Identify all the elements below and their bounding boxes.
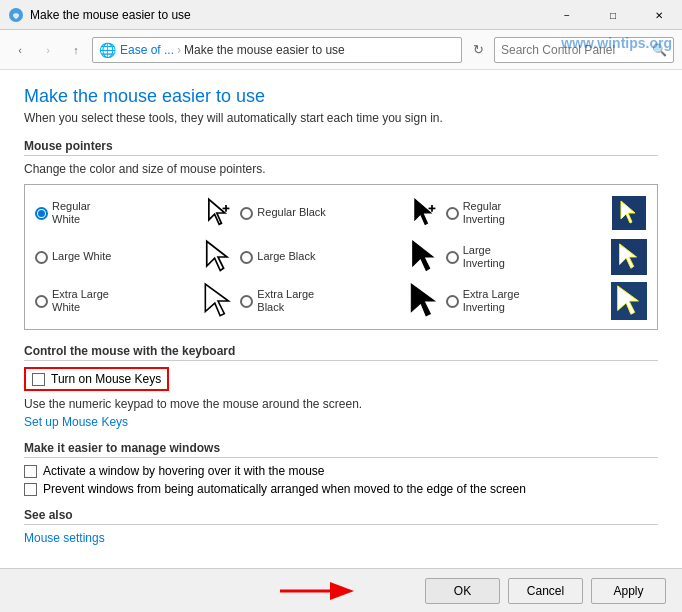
address-box[interactable]: 🌐 Ease of ... › Make the mouse easier to… <box>92 37 462 63</box>
mouse-pointers-title: Mouse pointers <box>24 139 658 156</box>
arrow-indicator <box>280 579 360 603</box>
svg-marker-4 <box>415 199 431 224</box>
mouse-keys-section: Control the mouse with the keyboard Turn… <box>24 344 658 429</box>
radio-large-white[interactable] <box>35 251 48 264</box>
pointer-option-xl-inverting[interactable]: Extra LargeInverting <box>446 283 647 319</box>
mouse-keys-label: Turn on Mouse Keys <box>51 372 161 386</box>
prevent-arrange-label: Prevent windows from being automatically… <box>43 482 526 496</box>
svg-marker-9 <box>412 241 432 270</box>
svg-marker-8 <box>207 241 227 270</box>
radio-regular-white[interactable] <box>35 207 48 220</box>
see-also-section: See also Mouse settings <box>24 508 658 545</box>
preview-xl-white <box>200 283 236 319</box>
maximize-button[interactable]: □ <box>590 0 636 30</box>
preview-xl-black <box>406 283 442 319</box>
mouse-settings-link[interactable]: Mouse settings <box>24 531 105 545</box>
search-input[interactable] <box>501 43 652 57</box>
label-regular-inverting: RegularInverting <box>463 200 505 226</box>
ok-button[interactable]: OK <box>425 578 500 604</box>
radio-regular-black[interactable] <box>240 207 253 220</box>
preview-large-black <box>406 239 442 275</box>
page-subtitle: When you select these tools, they will a… <box>24 111 658 125</box>
preview-xl-inverting <box>611 283 647 319</box>
breadcrumb-part1: Ease of ... <box>120 43 174 57</box>
svg-marker-7 <box>621 201 635 223</box>
label-xl-black: Extra LargeBlack <box>257 288 314 314</box>
svg-marker-10 <box>620 244 637 268</box>
hover-window-row: Activate a window by hovering over it wi… <box>24 464 658 478</box>
pointer-option-xl-white[interactable]: Extra LargeWhite <box>35 283 236 319</box>
label-xl-inverting: Extra LargeInverting <box>463 288 520 314</box>
pointer-option-large-white[interactable]: Large White <box>35 239 236 275</box>
invert-bg-regular <box>612 196 646 230</box>
page-title: Make the mouse easier to use <box>24 86 658 107</box>
label-large-black: Large Black <box>257 250 315 263</box>
pointer-option-regular-white[interactable]: RegularWhite <box>35 195 236 231</box>
invert-bg-xl <box>611 282 647 320</box>
preview-regular-inverting <box>611 195 647 231</box>
mouse-keys-highlight[interactable]: Turn on Mouse Keys <box>24 367 169 391</box>
mouse-keys-title: Control the mouse with the keyboard <box>24 344 658 361</box>
hover-window-label: Activate a window by hovering over it wi… <box>43 464 324 478</box>
breadcrumb-part2: Make the mouse easier to use <box>184 43 345 57</box>
window-title: Make the mouse easier to use <box>30 8 191 22</box>
invert-bg-large <box>611 239 647 275</box>
minimize-button[interactable]: − <box>544 0 590 30</box>
radio-large-inverting[interactable] <box>446 251 459 264</box>
breadcrumb-sep: › <box>177 43 181 57</box>
pointer-option-regular-black[interactable]: Regular Black <box>240 195 441 231</box>
arrow-svg <box>280 579 360 603</box>
radio-xl-black[interactable] <box>240 295 253 308</box>
label-xl-white: Extra LargeWhite <box>52 288 109 314</box>
label-large-white: Large White <box>52 250 111 263</box>
hover-window-checkbox[interactable] <box>24 465 37 478</box>
label-regular-white: RegularWhite <box>52 200 91 226</box>
mouse-pointers-desc: Change the color and size of mouse point… <box>24 162 658 176</box>
address-bar: ‹ › ↑ 🌐 Ease of ... › Make the mouse eas… <box>0 30 682 70</box>
manage-windows-title: Make it easier to manage windows <box>24 441 658 458</box>
preview-large-white <box>200 239 236 275</box>
pointer-option-large-black[interactable]: Large Black <box>240 239 441 275</box>
preview-regular-white <box>200 195 236 231</box>
back-button[interactable]: ‹ <box>8 38 32 62</box>
cancel-button[interactable]: Cancel <box>508 578 583 604</box>
preview-regular-black <box>406 195 442 231</box>
label-large-inverting: LargeInverting <box>463 244 505 270</box>
pointers-box: RegularWhite Regular Black <box>24 184 658 330</box>
window-controls: − □ ✕ <box>544 0 682 30</box>
refresh-button[interactable]: ↻ <box>466 38 490 62</box>
svg-marker-1 <box>209 199 225 224</box>
window-icon <box>8 7 24 23</box>
preview-large-inverting <box>611 239 647 275</box>
svg-marker-13 <box>618 286 639 314</box>
radio-regular-inverting[interactable] <box>446 207 459 220</box>
apply-button[interactable]: Apply <box>591 578 666 604</box>
prevent-arrange-checkbox[interactable] <box>24 483 37 496</box>
mouse-pointers-section: Mouse pointers Change the color and size… <box>24 139 658 330</box>
mouse-keys-checkbox-row: Turn on Mouse Keys <box>24 367 658 391</box>
radio-large-black[interactable] <box>240 251 253 264</box>
label-regular-black: Regular Black <box>257 206 325 219</box>
search-box[interactable]: 🔍 <box>494 37 674 63</box>
svg-marker-11 <box>206 284 229 316</box>
pointer-option-large-inverting[interactable]: LargeInverting <box>446 239 647 275</box>
radio-xl-white[interactable] <box>35 295 48 308</box>
setup-mouse-keys-link[interactable]: Set up Mouse Keys <box>24 415 128 429</box>
up-button[interactable]: ↑ <box>64 38 88 62</box>
footer: OK Cancel Apply <box>0 568 682 612</box>
pointer-option-xl-black[interactable]: Extra LargeBlack <box>240 283 441 319</box>
radio-xl-inverting[interactable] <box>446 295 459 308</box>
svg-marker-12 <box>411 284 434 316</box>
prevent-arrange-row: Prevent windows from being automatically… <box>24 482 658 496</box>
search-button[interactable]: 🔍 <box>652 43 667 57</box>
manage-windows-section: Make it easier to manage windows Activat… <box>24 441 658 496</box>
mouse-keys-checkbox[interactable] <box>32 373 45 386</box>
mouse-keys-helper: Use the numeric keypad to move the mouse… <box>24 397 658 411</box>
forward-button[interactable]: › <box>36 38 60 62</box>
close-button[interactable]: ✕ <box>636 0 682 30</box>
main-content: Make the mouse easier to use When you se… <box>0 70 682 568</box>
pointer-option-regular-inverting[interactable]: RegularInverting <box>446 195 647 231</box>
see-also-title: See also <box>24 508 658 525</box>
title-bar: Make the mouse easier to use − □ ✕ <box>0 0 682 30</box>
address-icon: 🌐 <box>99 42 116 58</box>
